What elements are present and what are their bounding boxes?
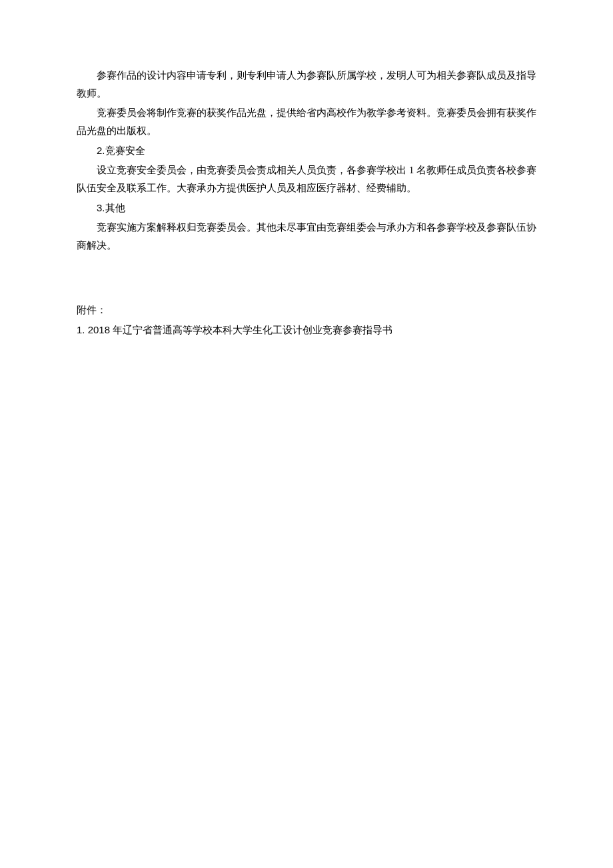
attachment-item-1: 1. 2018 年辽宁省普通高等学校本科大学生化工设计创业竞赛参赛指导书 <box>77 321 536 339</box>
paragraph-1: 参赛作品的设计内容申请专利，则专利申请人为参赛队所属学校，发明人可为相关参赛队成… <box>77 67 536 103</box>
paragraph-4: 竞赛实施方案解释权归竞赛委员会。其他未尽事宜由竞赛组委会与承办方和各参赛学校及参… <box>77 219 536 255</box>
section-header-2: 2.竞赛安全 <box>77 141 536 160</box>
attachment-item-1-text: 年辽宁省普通高等学校本科大学生化工设计创业竞赛参赛指导书 <box>110 325 392 335</box>
section-header-3: 3.其他 <box>77 199 536 217</box>
section-2-number: 2. <box>97 145 105 156</box>
document-body: 参赛作品的设计内容申请专利，则专利申请人为参赛队所属学校，发明人可为相关参赛队成… <box>77 67 536 339</box>
section-3-title: 其他 <box>105 203 125 213</box>
section-3-number: 3. <box>97 202 105 213</box>
attachment-item-1-prefix: 1. 2018 <box>77 324 110 335</box>
paragraph-3: 设立竞赛安全委员会，由竞赛委员会责成相关人员负责，各参赛学校出 1 名教师任成员… <box>77 161 536 197</box>
attachment-label: 附件： <box>77 301 536 319</box>
attachment-section: 附件： 1. 2018 年辽宁省普通高等学校本科大学生化工设计创业竞赛参赛指导书 <box>77 301 536 339</box>
paragraph-2: 竞赛委员会将制作竞赛的获奖作品光盘，提供给省内高校作为教学参考资料。竞赛委员会拥… <box>77 104 536 140</box>
section-2-title: 竞赛安全 <box>105 145 145 156</box>
